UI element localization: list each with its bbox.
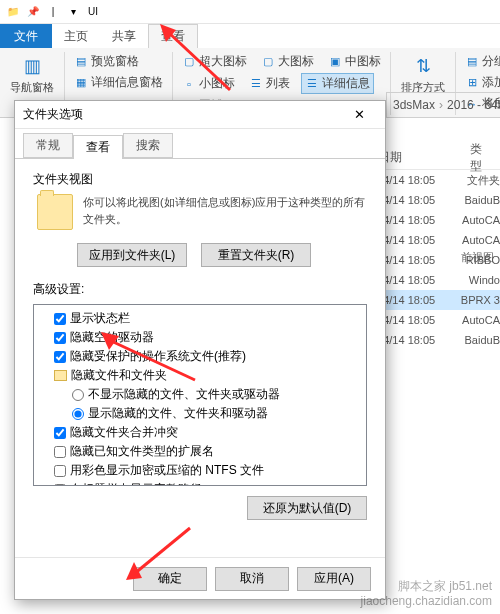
watermark-line: jiaocheng.chazidian.com	[361, 594, 492, 610]
tab-home[interactable]: 主页	[52, 24, 100, 48]
apply-to-folders-button[interactable]: 应用到文件夹(L)	[77, 243, 187, 267]
dialog-titlebar: 文件夹选项 ✕	[15, 101, 385, 129]
opt-hide-protected-os[interactable]: 隐藏受保护的操作系统文件(推荐)	[40, 347, 360, 366]
checkbox[interactable]	[54, 465, 66, 477]
crumb-1[interactable]: 3dsMax	[393, 98, 435, 112]
add-columns-button[interactable]: ⊞添加列	[462, 73, 500, 92]
cell-type: Windo	[465, 274, 500, 286]
table-row[interactable]: /04/14 18:05AutoCA	[370, 310, 500, 330]
sort-button[interactable]: ⇅ 排序方式	[397, 52, 449, 97]
checkbox[interactable]	[54, 313, 66, 325]
opt-label: 隐藏空的驱动器	[70, 329, 154, 346]
watermark-line: 脚本之家 jb51.net	[361, 579, 492, 595]
table-row[interactable]: /04/14 18:05Windo	[370, 270, 500, 290]
table-row[interactable]: /04/14 18:05AutoCA	[370, 210, 500, 230]
table-row[interactable]: /04/14 18:05文件夹	[370, 170, 500, 190]
table-row[interactable]: /04/14 18:05BaiduB	[370, 330, 500, 350]
large-icon: ▢	[261, 55, 275, 69]
tab-search[interactable]: 搜索	[123, 133, 173, 158]
opt-dont-show-hidden[interactable]: 不显示隐藏的文件、文件夹或驱动器	[40, 385, 360, 404]
opt-show-hidden[interactable]: 显示隐藏的文件、文件夹和驱动器	[40, 404, 360, 423]
cancel-button[interactable]: 取消	[215, 567, 289, 591]
table-row[interactable]: /04/14 18:05AutoCA	[370, 230, 500, 250]
table-row[interactable]: /04/14 18:05BaiduB	[370, 190, 500, 210]
dropdown-icon[interactable]: ▾	[66, 5, 80, 19]
layout-small[interactable]: ▫小图标	[179, 73, 238, 94]
preview-pane-icon: ▤	[74, 55, 88, 69]
quick-access-toolbar: 📁 📌 | ▾ UI	[0, 0, 500, 24]
opt-hide-known-ext[interactable]: 隐藏已知文件类型的扩展名	[40, 442, 360, 461]
opt-full-path-title[interactable]: 在标题栏中显示完整路径	[40, 480, 360, 486]
checkbox[interactable]	[54, 332, 66, 344]
list-label: 列表	[266, 75, 290, 92]
group-by-label: 分组依据	[482, 53, 500, 70]
ok-button[interactable]: 确定	[133, 567, 207, 591]
checkbox[interactable]	[54, 484, 66, 487]
opt-label: 在标题栏中显示完整路径	[70, 481, 202, 486]
folder-view-description: 你可以将此视图(如详细信息或图标)应用于这种类型的所有文件夹。	[83, 194, 367, 227]
opt-color-ntfs[interactable]: 用彩色显示加密或压缩的 NTFS 文件	[40, 461, 360, 480]
checkbox[interactable]	[54, 446, 66, 458]
opt-label: 隐藏文件和文件夹	[71, 367, 167, 384]
tab-view[interactable]: 查看	[148, 24, 198, 48]
radio[interactable]	[72, 408, 84, 420]
layout-medium[interactable]: ▣中图标	[325, 52, 384, 71]
nav-pane-icon: ▥	[20, 54, 44, 78]
file-list: /04/14 18:05文件夹 /04/14 18:05BaiduB /04/1…	[370, 170, 500, 350]
list-icon: ☰	[249, 77, 263, 91]
opt-show-status-bar[interactable]: 显示状态栏	[40, 309, 360, 328]
dialog-body: 文件夹视图 你可以将此视图(如详细信息或图标)应用于这种类型的所有文件夹。 应用…	[15, 159, 385, 557]
preview-pane-button[interactable]: ▤预览窗格	[71, 52, 166, 71]
opt-label: 隐藏已知文件类型的扩展名	[70, 443, 214, 460]
layout-details[interactable]: ☰详细信息	[301, 73, 374, 94]
details-pane-label: 详细信息窗格	[91, 74, 163, 91]
layout-list[interactable]: ☰列表	[246, 73, 293, 94]
opt-hide-empty-drives[interactable]: 隐藏空的驱动器	[40, 328, 360, 347]
cell-type: AutoCA	[458, 234, 500, 246]
group-by-icon: ▤	[465, 55, 479, 69]
dialog-title: 文件夹选项	[23, 106, 83, 123]
layout-extra-large[interactable]: ▢超大图标	[179, 52, 250, 71]
folder-options-dialog: 文件夹选项 ✕ 常规 查看 搜索 文件夹视图 你可以将此视图(如详细信息或图标)…	[14, 100, 386, 600]
extra-large-icon: ▢	[182, 55, 196, 69]
small-icon: ▫	[182, 77, 196, 91]
cell-type: BPRX 3	[457, 294, 500, 306]
tab-share[interactable]: 共享	[100, 24, 148, 48]
group-by-button[interactable]: ▤分组依据	[462, 52, 500, 71]
opt-label: 用彩色显示加密或压缩的 NTFS 文件	[70, 462, 264, 479]
tab-file[interactable]: 文件	[0, 24, 52, 48]
dialog-footer: 确定 取消 应用(A)	[15, 557, 385, 599]
close-button[interactable]: ✕	[341, 101, 377, 128]
tab-view-dialog[interactable]: 查看	[73, 135, 123, 159]
column-headers: 日期 类型	[370, 146, 500, 170]
opt-label: 显示隐藏的文件、文件夹和驱动器	[88, 405, 268, 422]
table-row[interactable]: /04/14 18:05BPRX 3	[370, 290, 500, 310]
checkbox[interactable]	[54, 427, 66, 439]
cell-type: AutoCA	[458, 214, 500, 226]
pin-icon: 📌	[26, 5, 40, 19]
restore-defaults-button[interactable]: 还原为默认值(D)	[247, 496, 367, 520]
cell-type: BaiduB	[461, 334, 500, 346]
nav-pane-button[interactable]: ▥ 导航窗格	[6, 52, 58, 97]
reset-folders-button[interactable]: 重置文件夹(R)	[201, 243, 311, 267]
cell-type: RIBBO	[462, 254, 500, 266]
add-columns-icon: ⊞	[465, 76, 479, 90]
details-label: 详细信息	[322, 75, 370, 92]
details-pane-button[interactable]: ▦详细信息窗格	[71, 73, 166, 92]
checkbox[interactable]	[54, 351, 66, 363]
layout-large[interactable]: ▢大图标	[258, 52, 317, 71]
tab-general[interactable]: 常规	[23, 133, 73, 158]
medium-label: 中图标	[345, 53, 381, 70]
opt-hide-merge-conflicts[interactable]: 隐藏文件夹合并冲突	[40, 423, 360, 442]
advanced-settings-title: 高级设置:	[33, 281, 367, 298]
dialog-tabs: 常规 查看 搜索	[15, 135, 385, 159]
chevron-right-icon: ›	[439, 98, 443, 112]
breadcrumb[interactable]: 3dsMax › 2016 - 64b	[386, 92, 500, 118]
crumb-2[interactable]: 2016 - 64b	[447, 98, 500, 112]
table-row[interactable]: /04/14 18:05RIBBO	[370, 250, 500, 270]
opt-label: 隐藏文件夹合并冲突	[70, 424, 178, 441]
preview-pane-label: 预览窗格	[91, 53, 139, 70]
opt-label: 隐藏受保护的操作系统文件(推荐)	[70, 348, 246, 365]
radio[interactable]	[72, 389, 84, 401]
advanced-settings-tree[interactable]: 显示状态栏 隐藏空的驱动器 隐藏受保护的操作系统文件(推荐) 隐藏文件和文件夹 …	[33, 304, 367, 486]
